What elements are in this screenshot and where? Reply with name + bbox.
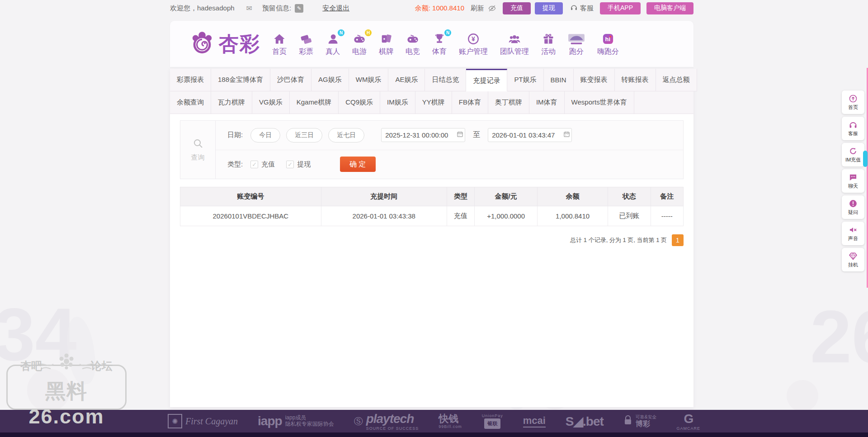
tab-item[interactable]: AG娱乐 (311, 69, 349, 91)
table-row: 20260101VBDECJHBAC 2026-01-01 03:43:38 充… (180, 206, 684, 226)
nav-item-sports[interactable]: N 体育 (432, 32, 447, 57)
sidebar-item-label: 聊天 (848, 183, 858, 190)
quick-range-today-button[interactable]: 今日 (250, 128, 280, 142)
sidebar-item-im-recharge[interactable]: IM充值 (842, 143, 864, 166)
calendar-icon[interactable] (563, 131, 570, 139)
balance-value: 1000.8410 (432, 4, 464, 12)
sidebar-item-service[interactable]: 客服 (842, 117, 864, 140)
nav-item-hi-paofen[interactable]: hi 嗨跑分 (597, 32, 619, 57)
edit-pencil-icon[interactable]: ✎ (295, 4, 303, 13)
tab-item[interactable]: 返点总额 (656, 69, 697, 91)
gamcare-g: G (684, 412, 693, 426)
brand-flower-icon (189, 30, 215, 58)
nav-item-promotions[interactable]: 活动 (541, 32, 556, 57)
first-cagayan-seal-icon: ✺ (168, 414, 182, 428)
sidebar-item-label: 挂机 (848, 261, 858, 268)
chat-icon (849, 173, 858, 182)
tab-item[interactable]: BBIN (544, 69, 574, 91)
scrollbar-thumb[interactable] (863, 151, 868, 167)
footer-bottom-strip (0, 432, 868, 437)
pc-client-button[interactable]: 电脑客户端 (646, 2, 693, 14)
eye-off-icon[interactable] (488, 4, 496, 13)
mobile-app-button[interactable]: 手机APP (600, 2, 641, 14)
hi-app-icon: hi (602, 32, 614, 45)
tab-item[interactable]: 账变报表 (574, 69, 615, 91)
calendar-icon[interactable] (457, 131, 463, 139)
logo-playtech: Ⓢ playtech SOURCE OF SUCCESS (354, 412, 419, 431)
tab-item[interactable]: FB体育 (452, 91, 488, 114)
slots-gamepad-icon: H (353, 32, 366, 45)
tab-item[interactable]: YY棋牌 (415, 91, 452, 114)
tab-item[interactable]: PT娱乐 (507, 69, 543, 91)
nav-label: 团队管理 (500, 47, 529, 57)
sidebar-item-sound[interactable]: 声音 (842, 222, 864, 245)
tab-item[interactable]: 余额查询 (170, 91, 211, 114)
nav-item-team[interactable]: 团队管理 (500, 32, 529, 57)
quick-range-3days-button[interactable]: 近三日 (286, 128, 322, 142)
tab-item[interactable]: 彩票报表 (170, 69, 211, 91)
deposit-checkbox[interactable] (250, 161, 258, 168)
col-header-status: 状态 (608, 187, 651, 206)
deposit-checkbox-label: 充值 (261, 160, 275, 169)
tab-item[interactable]: WM娱乐 (349, 69, 389, 91)
brand-logo[interactable]: 杏彩 (189, 30, 260, 58)
nav-item-egames[interactable]: H 电游 (352, 32, 367, 57)
cell-remark: ----- (651, 206, 683, 226)
99bill-text: 快钱 (439, 413, 462, 424)
nav-item-boardgames[interactable]: 棋牌 (379, 32, 393, 57)
refresh-balance-link[interactable]: 刷新 (471, 4, 484, 13)
coin-icon: ¥ (467, 32, 480, 45)
team-icon (508, 32, 521, 45)
col-header-balance: 余额 (538, 187, 608, 206)
nav-item-home[interactable]: 首页 (272, 32, 287, 57)
withdraw-checkbox[interactable] (286, 161, 294, 168)
tab-item[interactable]: 日结总览 (425, 69, 466, 91)
sidebar-item-home[interactable]: 首页 (842, 90, 864, 114)
customer-service-link[interactable]: 客服 (570, 4, 594, 13)
svg-text:¥: ¥ (472, 35, 475, 43)
nav-label: 电游 (352, 47, 367, 57)
tab-item[interactable]: Wesports世界体育 (565, 91, 634, 114)
sidebar-item-chat[interactable]: 聊天 (842, 169, 864, 193)
tab-item[interactable]: 奥丁棋牌 (488, 91, 529, 114)
tab-item-active[interactable]: 充提记录 (466, 69, 507, 91)
sidebar-item-question[interactable]: 疑问 (842, 195, 864, 219)
tab-item[interactable]: CQ9娱乐 (339, 91, 380, 114)
floating-sidebar: 首页 客服 IM充值 聊天 疑问 声音 挂机 (842, 90, 864, 271)
sidebar-item-label: 客服 (848, 130, 858, 137)
tab-item[interactable]: 188金宝博体育 (211, 69, 270, 91)
tab-item[interactable]: 沙巴体育 (270, 69, 311, 91)
records-table: 账变编号 充提时间 类型 金额/元 余额 状态 备注 20260101VBDEC… (180, 187, 684, 226)
nav-item-lottery[interactable]: 彩票 (299, 32, 313, 57)
sidebar-item-label: 疑问 (848, 209, 858, 216)
nav-item-live[interactable]: N 真人 (326, 32, 340, 57)
page-1-button[interactable]: 1 (672, 234, 684, 246)
nav-item-paofen[interactable]: 跑分 (568, 32, 585, 57)
logout-link[interactable]: 安全退出 (322, 4, 349, 13)
nav-item-account[interactable]: ¥ 账户管理 (459, 32, 488, 57)
tab-item[interactable]: 转账报表 (615, 69, 656, 91)
quick-range-7days-button[interactable]: 近七日 (328, 128, 364, 142)
tab-item[interactable]: VG娱乐 (252, 91, 290, 114)
mail-icon[interactable]: ✉ (246, 4, 252, 13)
tab-item[interactable]: IM体育 (529, 91, 565, 114)
back-to-top-icon (849, 94, 858, 103)
confirm-button[interactable]: 确 定 (340, 157, 375, 172)
tab-item[interactable]: IM娱乐 (380, 91, 415, 114)
sidebar-item-hangup[interactable]: 挂机 (842, 248, 864, 271)
cell-type: 充值 (447, 206, 474, 226)
cell-time: 2026-01-01 03:43:38 (321, 206, 447, 226)
gem-icon (849, 252, 858, 261)
withdraw-button[interactable]: 提现 (535, 2, 563, 14)
sidebar-item-label: 首页 (848, 104, 858, 111)
deposit-button[interactable]: 充值 (503, 2, 531, 14)
nav-item-esports[interactable]: 电竞 (406, 32, 420, 57)
date-from-input[interactable] (385, 131, 454, 139)
date-to-input[interactable] (492, 131, 561, 139)
tab-item[interactable]: AE娱乐 (388, 69, 425, 91)
new-badge: N (444, 29, 451, 36)
date-label: 日期: (227, 131, 243, 139)
tab-item[interactable]: 瓦力棋牌 (211, 91, 252, 114)
tabs-row-1: 彩票报表 188金宝博体育 沙巴体育 AG娱乐 WM娱乐 AE娱乐 日结总览 充… (170, 69, 693, 91)
tab-item[interactable]: Kgame棋牌 (290, 91, 339, 114)
